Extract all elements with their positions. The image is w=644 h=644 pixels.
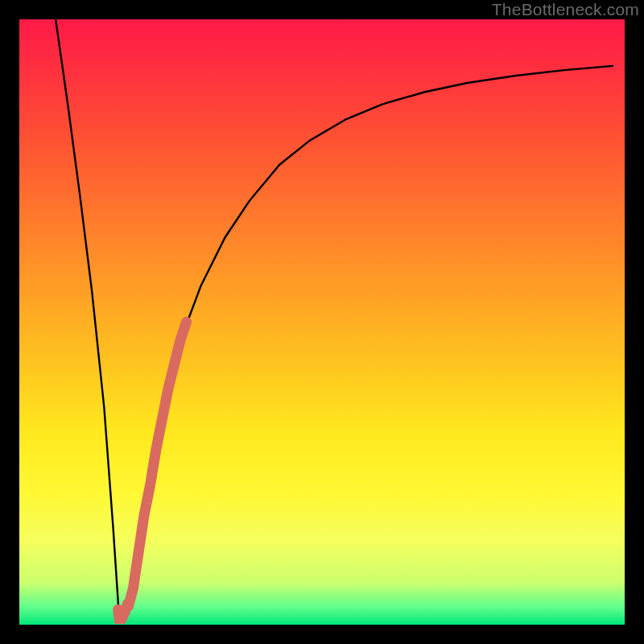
watermark-text: TheBottleneck.com bbox=[492, 0, 639, 19]
highlight-segment bbox=[128, 322, 186, 606]
plot-area bbox=[19, 19, 625, 625]
highlight-hook bbox=[118, 604, 128, 619]
chart-frame: TheBottleneck.com bbox=[0, 0, 644, 644]
curve-layer bbox=[19, 19, 625, 625]
